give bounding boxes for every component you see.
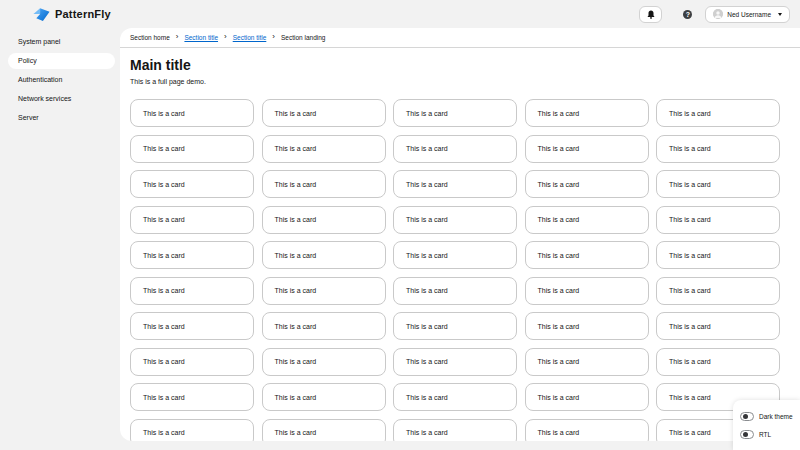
switch-knob: [743, 414, 748, 419]
sidebar-nav: System panelPolicyAuthenticationNetwork …: [0, 34, 120, 126]
breadcrumb-separator-icon: ›: [272, 33, 275, 41]
card: This is a card: [130, 241, 254, 269]
user-menu-button[interactable]: Ned Username: [705, 6, 790, 23]
masthead: PatternFly ? Ned Username: [0, 0, 800, 28]
card-title: This is a card: [538, 252, 580, 259]
card-title: This is a card: [669, 110, 711, 117]
card: This is a card: [525, 99, 649, 127]
sidebar-item-authentication[interactable]: Authentication: [8, 72, 115, 88]
breadcrumb-separator-icon: ›: [176, 33, 179, 41]
card: This is a card: [393, 277, 517, 305]
card: This is a card: [130, 348, 254, 376]
toggle-row: Dark theme: [740, 409, 800, 423]
sidebar-item-network-services[interactable]: Network services: [8, 91, 115, 107]
card: This is a card: [393, 312, 517, 340]
card-title: This is a card: [143, 145, 185, 152]
card-title: This is a card: [406, 287, 448, 294]
main-section: Main title This is a full page demo. Thi…: [120, 57, 800, 441]
sidebar-item-system-panel[interactable]: System panel: [8, 34, 115, 50]
sidebar-item-label: Policy: [18, 57, 37, 64]
card: This is a card: [525, 383, 649, 411]
card: This is a card: [393, 206, 517, 234]
help-button[interactable]: ?: [683, 10, 692, 19]
sidebar-item-policy[interactable]: Policy: [8, 53, 115, 69]
patternfly-logo-icon: [33, 7, 50, 22]
toggle-label: Dark theme: [759, 413, 793, 420]
card-title: This is a card: [406, 145, 448, 152]
notifications-button[interactable]: [639, 6, 662, 23]
card-title: This is a card: [275, 145, 317, 152]
card: This is a card: [262, 419, 386, 442]
card-title: This is a card: [143, 216, 185, 223]
card-title: This is a card: [406, 323, 448, 330]
card-title: This is a card: [406, 358, 448, 365]
card: This is a card: [656, 170, 780, 198]
card-title: This is a card: [275, 323, 317, 330]
card-title: This is a card: [275, 287, 317, 294]
breadcrumb-separator-icon: ›: [224, 33, 227, 41]
card-title: This is a card: [143, 323, 185, 330]
card-title: This is a card: [143, 287, 185, 294]
avatar-icon: [713, 9, 723, 19]
breadcrumb-item: Section landing: [281, 34, 325, 41]
card: This is a card: [525, 312, 649, 340]
caret-down-icon: [778, 13, 782, 16]
card: This is a card: [393, 135, 517, 163]
card-title: This is a card: [406, 216, 448, 223]
brand-logo[interactable]: PatternFly: [33, 7, 111, 22]
card-title: This is a card: [538, 145, 580, 152]
breadcrumb-item[interactable]: Section title: [233, 34, 267, 41]
card: This is a card: [262, 170, 386, 198]
card: This is a card: [262, 312, 386, 340]
card: This is a card: [525, 348, 649, 376]
card-title: This is a card: [669, 145, 711, 152]
sidebar: System panelPolicyAuthenticationNetwork …: [0, 28, 120, 450]
card: This is a card: [656, 348, 780, 376]
card-title: This is a card: [669, 287, 711, 294]
sidebar-item-label: System panel: [18, 38, 60, 45]
card: This is a card: [262, 277, 386, 305]
card-title: This is a card: [143, 181, 185, 188]
card-title: This is a card: [538, 110, 580, 117]
card-grid: This is a cardThis is a cardThis is a ca…: [130, 99, 780, 441]
question-circle-icon: ?: [686, 11, 690, 18]
rtl-switch[interactable]: [740, 430, 754, 439]
card: This is a card: [525, 206, 649, 234]
card: This is a card: [130, 312, 254, 340]
card-title: This is a card: [275, 110, 317, 117]
card-title: This is a card: [669, 252, 711, 259]
card: This is a card: [525, 277, 649, 305]
card-title: This is a card: [143, 252, 185, 259]
card: This is a card: [656, 99, 780, 127]
page-content: Section home›Section title›Section title…: [120, 28, 800, 441]
card-title: This is a card: [538, 323, 580, 330]
user-name: Ned Username: [727, 11, 771, 18]
sidebar-item-server[interactable]: Server: [8, 110, 115, 126]
card: This is a card: [262, 241, 386, 269]
theme-panel: Dark themeRTL: [733, 400, 800, 450]
brand-logo-text: PatternFly: [55, 8, 111, 20]
card-title: This is a card: [406, 110, 448, 117]
card: This is a card: [525, 241, 649, 269]
card-title: This is a card: [275, 358, 317, 365]
card-title: This is a card: [275, 252, 317, 259]
card: This is a card: [262, 135, 386, 163]
card: This is a card: [656, 135, 780, 163]
card: This is a card: [130, 206, 254, 234]
card-title: This is a card: [275, 181, 317, 188]
breadcrumb: Section home›Section title›Section title…: [120, 28, 800, 48]
breadcrumb-item: Section home: [130, 34, 170, 41]
bell-icon: [647, 10, 655, 19]
card: This is a card: [656, 206, 780, 234]
card: This is a card: [262, 206, 386, 234]
card: This is a card: [262, 348, 386, 376]
card: This is a card: [656, 241, 780, 269]
card-title: This is a card: [538, 216, 580, 223]
dark-theme-switch[interactable]: [740, 412, 754, 421]
card: This is a card: [525, 135, 649, 163]
breadcrumb-item[interactable]: Section title: [184, 34, 218, 41]
card-title: This is a card: [669, 323, 711, 330]
toggle-label: RTL: [759, 431, 771, 438]
card: This is a card: [130, 277, 254, 305]
page-title: Main title: [130, 57, 780, 73]
